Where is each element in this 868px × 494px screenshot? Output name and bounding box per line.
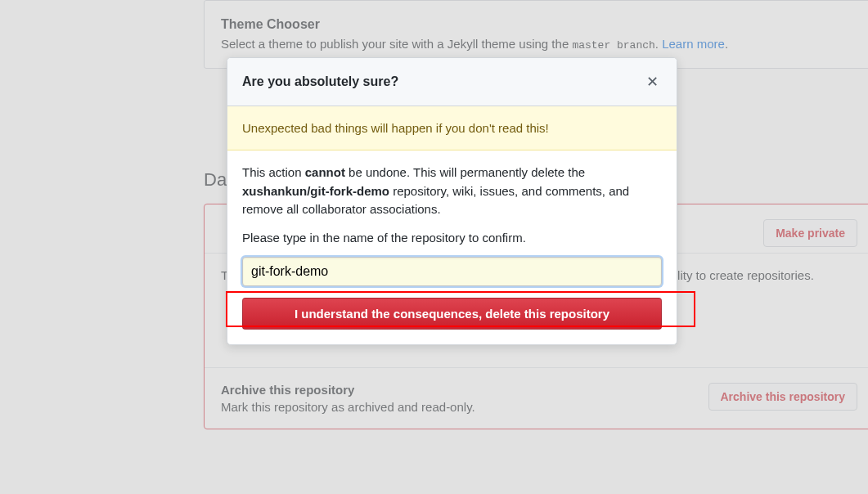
modal-header: Are you absolutely sure? ✕ — [227, 58, 677, 106]
modal-confirm-instruction: Please type in the name of the repositor… — [242, 229, 662, 248]
modal-overlay[interactable]: Are you absolutely sure? ✕ Unexpected ba… — [0, 0, 868, 494]
modal-body: This action cannot be undone. This will … — [227, 150, 677, 344]
confirm-repo-name-input[interactable] — [242, 257, 662, 286]
delete-repo-modal: Are you absolutely sure? ✕ Unexpected ba… — [227, 57, 677, 345]
close-icon[interactable]: ✕ — [643, 71, 662, 92]
modal-title: Are you absolutely sure? — [242, 74, 398, 89]
modal-warning-flash: Unexpected bad things will happen if you… — [227, 106, 677, 150]
delete-repo-button[interactable]: I understand the consequences, delete th… — [242, 298, 662, 330]
modal-warning-text: This action cannot be undone. This will … — [242, 164, 662, 219]
